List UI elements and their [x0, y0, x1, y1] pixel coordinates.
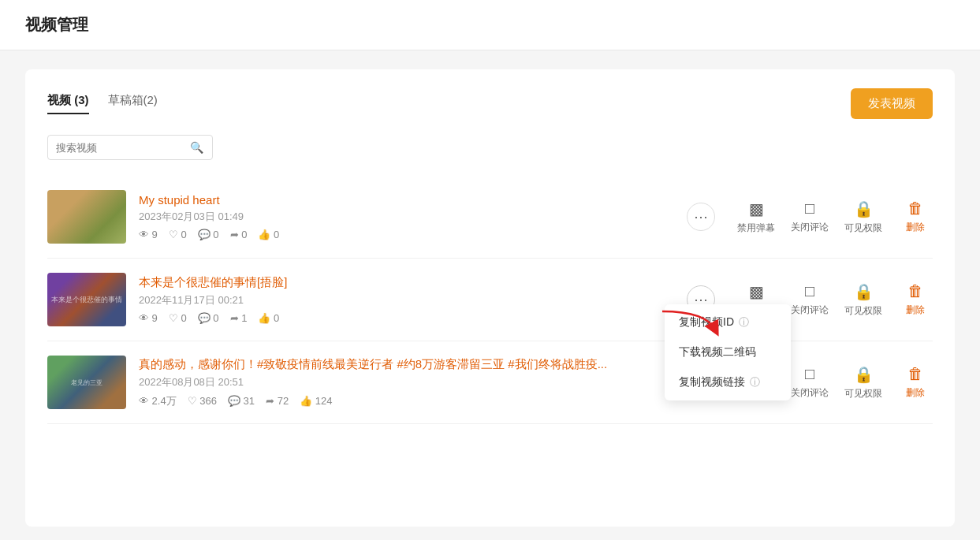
comments-stat: 💬 0 — [198, 229, 219, 240]
disable-danmaku-label: 禁用弹幕 — [737, 222, 775, 235]
close-comments-button[interactable]: □ 关闭评论 — [791, 365, 829, 400]
delete-icon: 🗑 — [907, 282, 923, 300]
video-date: 2022年08月08日 20:51 — [139, 375, 687, 389]
delete-button[interactable]: 🗑 删除 — [898, 282, 933, 317]
video-thumbnail: 本来是个很悲催的事情 — [47, 273, 126, 326]
visibility-label: 可见权限 — [844, 222, 882, 235]
delete-icon: 🗑 — [907, 365, 923, 383]
search-input[interactable] — [56, 142, 190, 154]
video-list: My stupid heart 2023年02月03日 01:49 👁 9 ♡ … — [47, 176, 933, 424]
search-icon: 🔍 — [190, 141, 203, 154]
delete-button[interactable]: 🗑 删除 — [898, 199, 933, 234]
visibility-icon: 🔒 — [854, 365, 874, 384]
shares-stat: ➦ 1 — [230, 312, 248, 324]
visibility-button[interactable]: 🔒 可见权限 — [844, 282, 882, 318]
video-actions: ⋯ ▩ 禁用弹幕 □ 关闭评论 🔒 可见权限 🗑 — [687, 199, 933, 235]
disable-danmaku-icon: ▩ — [749, 199, 764, 218]
video-info: My stupid heart 2023年02月03日 01:49 👁 9 ♡ … — [139, 193, 687, 240]
copy-link-item[interactable]: 复制视频链接 ⓘ — [665, 367, 791, 397]
coins-stat: 👍 0 — [258, 229, 279, 240]
copy-link-label: 复制视频链接 — [679, 375, 745, 389]
likes-stat: ♡ 0 — [169, 312, 187, 324]
visibility-icon: 🔒 — [854, 282, 874, 301]
visibility-button[interactable]: 🔒 可见权限 — [844, 365, 882, 400]
video-date: 2023年02月03日 01:49 — [139, 210, 687, 224]
likes-stat: ♡ 366 — [188, 395, 217, 407]
visibility-icon: 🔒 — [854, 199, 874, 218]
publish-video-button[interactable]: 发表视频 — [851, 88, 933, 119]
coins-stat: 👍 0 — [258, 312, 279, 324]
help-icon: ⓘ — [739, 315, 749, 330]
video-thumbnail — [47, 190, 126, 244]
video-title[interactable]: 真的感动，感谢你们！#致敬疫情前线最美逆行者 #约8万游客滞留三亚 #我们终将战… — [139, 357, 687, 372]
help-icon-2: ⓘ — [750, 375, 760, 389]
video-title[interactable]: 本来是个很悲催的事情[捂脸] — [139, 275, 687, 290]
close-comments-icon: □ — [805, 282, 814, 300]
video-info: 真的感动，感谢你们！#致敬疫情前线最美逆行者 #约8万游客滞留三亚 #我们终将战… — [139, 357, 687, 408]
video-stats: 👁 9 ♡ 0 💬 0 ➦ 1 👍 0 — [139, 312, 687, 324]
close-comments-label: 关闭评论 — [791, 304, 829, 317]
comments-stat: 💬 31 — [228, 395, 255, 407]
views-stat: 👁 9 — [139, 229, 158, 240]
close-comments-label: 关闭评论 — [791, 221, 829, 234]
video-stats: 👁 9 ♡ 0 💬 0 ➦ 0 👍 0 — [139, 229, 687, 240]
more-button[interactable]: ⋯ — [687, 203, 715, 231]
shares-stat: ➦ 0 — [230, 229, 248, 240]
comments-stat: 💬 0 — [198, 312, 219, 324]
video-date: 2022年11月17日 00:21 — [139, 293, 687, 307]
page-title: 视频管理 — [25, 16, 88, 33]
visibility-label: 可见权限 — [844, 387, 882, 400]
search-box[interactable]: 🔍 — [47, 135, 213, 160]
coins-stat: 👍 124 — [300, 395, 332, 407]
table-row: 老见的三亚 真的感动，感谢你们！#致敬疫情前线最美逆行者 #约8万游客滞留三亚 … — [47, 341, 933, 424]
delete-label: 删除 — [906, 221, 925, 234]
shares-stat: ➦ 72 — [266, 395, 289, 407]
tab-draft[interactable]: 草稿箱(2) — [108, 93, 158, 114]
close-comments-button[interactable]: □ 关闭评论 — [791, 199, 829, 234]
table-row: My stupid heart 2023年02月03日 01:49 👁 9 ♡ … — [47, 176, 933, 259]
arrow-indicator — [658, 307, 721, 342]
table-row: 本来是个很悲催的事情 本来是个很悲催的事情[捂脸] 2022年11月17日 00… — [47, 259, 933, 341]
delete-label: 删除 — [906, 304, 925, 317]
delete-label: 删除 — [906, 386, 925, 400]
visibility-button[interactable]: 🔒 可见权限 — [844, 199, 882, 235]
likes-stat: ♡ 0 — [169, 229, 187, 240]
visibility-label: 可见权限 — [844, 304, 882, 318]
video-title[interactable]: My stupid heart — [139, 193, 687, 207]
video-info: 本来是个很悲催的事情[捂脸] 2022年11月17日 00:21 👁 9 ♡ 0… — [139, 275, 687, 324]
download-qr-label: 下载视频二维码 — [679, 345, 756, 359]
video-stats: 👁 2.4万 ♡ 366 💬 31 ➦ 72 👍 124 — [139, 394, 687, 408]
views-stat: 👁 9 — [139, 312, 158, 324]
disable-danmaku-icon: ▩ — [749, 282, 764, 301]
tab-video[interactable]: 视频 (3) — [47, 93, 89, 114]
delete-icon: 🗑 — [907, 199, 923, 218]
video-thumbnail: 老见的三亚 — [47, 356, 126, 409]
views-stat: 👁 2.4万 — [139, 394, 177, 408]
delete-button[interactable]: 🗑 删除 — [898, 365, 933, 400]
close-comments-icon: □ — [805, 365, 814, 383]
disable-danmaku-button[interactable]: ▩ 禁用弹幕 — [737, 199, 775, 235]
close-comments-icon: □ — [805, 199, 814, 218]
close-comments-label: 关闭评论 — [791, 386, 829, 400]
close-comments-button[interactable]: □ 关闭评论 — [791, 282, 829, 317]
